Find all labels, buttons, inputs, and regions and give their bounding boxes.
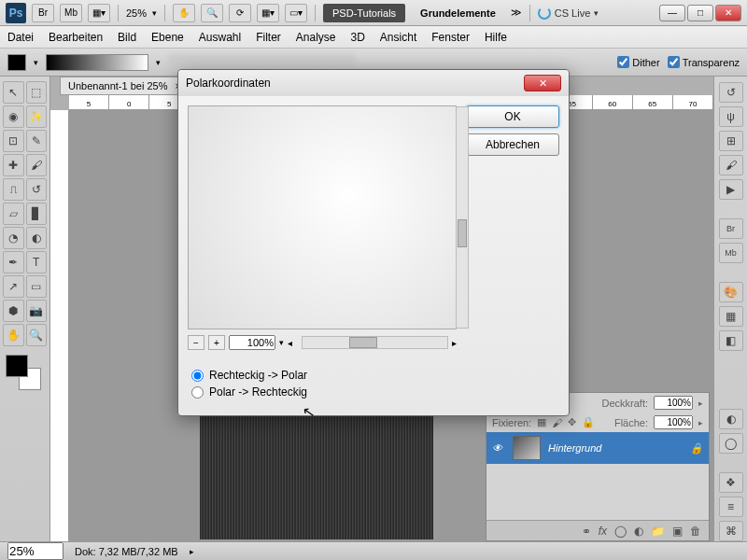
- dialog-titlebar[interactable]: Polarkoordinaten ✕: [178, 70, 569, 96]
- option-polar-to-rect[interactable]: Polar -> Rechteckig: [191, 385, 556, 399]
- channels-panel-icon[interactable]: ≡: [719, 497, 743, 517]
- properties-panel-icon[interactable]: ⊞: [719, 131, 743, 151]
- stamp-tool-icon[interactable]: ⎍: [3, 178, 24, 201]
- eraser-tool-icon[interactable]: ▱: [3, 203, 24, 225]
- 3d-tool-icon[interactable]: ⬢: [3, 300, 24, 322]
- cancel-button[interactable]: Abbrechen: [466, 133, 559, 156]
- swatches-panel-icon[interactable]: ▦: [719, 306, 743, 327]
- play-panel-icon[interactable]: ▶: [719, 179, 743, 200]
- color-panel-icon[interactable]: 🎨: [719, 282, 743, 302]
- preview-scrollbar-v[interactable]: [456, 106, 469, 329]
- zoom-tool2-icon[interactable]: 🔍: [26, 324, 48, 346]
- fill-input[interactable]: [654, 415, 693, 429]
- option-rect-to-polar[interactable]: Rechteckig -> Polar: [191, 369, 556, 382]
- minibridge-button[interactable]: Mb: [60, 4, 82, 22]
- shape-tool-icon[interactable]: ▭: [26, 275, 48, 298]
- folder-icon[interactable]: 📁: [651, 525, 665, 538]
- wand-tool-icon[interactable]: ✨: [26, 105, 48, 128]
- dodge-tool-icon[interactable]: ◐: [26, 227, 48, 249]
- camera-tool-icon[interactable]: 📷: [26, 300, 48, 322]
- adjustments-panel-icon[interactable]: ◐: [719, 409, 743, 429]
- menu-fenster[interactable]: Fenster: [431, 31, 470, 44]
- cslive-button[interactable]: CS Live▾: [538, 7, 599, 20]
- menu-filter[interactable]: Filter: [256, 31, 281, 44]
- brush-tool-icon[interactable]: 🖌: [26, 154, 48, 176]
- menu-bearbeiten[interactable]: Bearbeiten: [49, 31, 103, 44]
- layer-thumbnail[interactable]: [513, 436, 541, 460]
- visibility-icon[interactable]: 👁: [492, 441, 505, 455]
- lock-trans-icon[interactable]: ▦: [537, 416, 546, 428]
- actions-panel-icon[interactable]: ψ: [719, 106, 743, 127]
- screenmode-icon[interactable]: ▭▾: [285, 4, 307, 22]
- pen-tool-icon[interactable]: ✒: [3, 251, 24, 273]
- lock-paint-icon[interactable]: 🖌: [552, 417, 562, 428]
- fg-color-swatch[interactable]: [6, 355, 28, 377]
- layer-row[interactable]: 👁 Hintergrund 🔒: [486, 432, 709, 464]
- dialog-preview[interactable]: [188, 105, 457, 329]
- menu-auswahl[interactable]: Auswahl: [199, 31, 241, 44]
- hand-tool2-icon[interactable]: ✋: [3, 324, 24, 346]
- history-panel-icon[interactable]: ↺: [719, 82, 743, 103]
- styles-panel-icon[interactable]: ◧: [719, 330, 743, 351]
- trash-icon[interactable]: 🗑: [690, 525, 701, 538]
- minimize-button[interactable]: —: [659, 5, 685, 21]
- mb-panel-icon[interactable]: Mb: [719, 243, 743, 263]
- preview-scrollbar-h[interactable]: [302, 336, 448, 349]
- maximize-button[interactable]: □: [687, 5, 713, 21]
- zoom-level[interactable]: 25%: [126, 7, 147, 19]
- hand-tool-icon[interactable]: ✋: [173, 4, 195, 22]
- layout-button[interactable]: ▦▾: [88, 4, 110, 22]
- type-tool-icon[interactable]: T: [26, 251, 48, 273]
- transparenz-checkbox[interactable]: Transparenz: [668, 56, 740, 68]
- status-zoom-input[interactable]: [7, 542, 63, 560]
- move-tool-icon[interactable]: ↖: [3, 81, 24, 104]
- ok-button[interactable]: OK: [466, 105, 559, 128]
- lock-pos-icon[interactable]: ✥: [568, 416, 576, 428]
- adj-icon[interactable]: ◐: [634, 525, 643, 538]
- newlayer-icon[interactable]: ▣: [672, 525, 683, 538]
- masks-panel-icon[interactable]: ◯: [719, 433, 743, 454]
- zoom-tool-icon[interactable]: 🔍: [201, 4, 223, 22]
- lock-all-icon[interactable]: 🔒: [582, 416, 595, 428]
- color-swatches[interactable]: [2, 355, 48, 392]
- arrange-docs-icon[interactable]: ▦▾: [257, 4, 279, 22]
- lasso-tool-icon[interactable]: ◉: [3, 105, 24, 128]
- zoom-out-button[interactable]: −: [188, 335, 204, 350]
- br-panel-icon[interactable]: Br: [719, 218, 743, 239]
- marquee-tool-icon[interactable]: ⬚: [26, 81, 48, 104]
- workspace-tab-light[interactable]: Grundelemente: [411, 4, 505, 22]
- workspace-tab-dark[interactable]: PSD-Tutorials: [323, 4, 405, 22]
- blur-tool-icon[interactable]: ◔: [3, 227, 24, 249]
- menu-analyse[interactable]: Analyse: [296, 31, 336, 44]
- tool-preset-icon[interactable]: [7, 54, 26, 71]
- link-icon[interactable]: ⚭: [582, 525, 591, 538]
- close-button[interactable]: ✕: [715, 5, 741, 21]
- opacity-input[interactable]: [654, 396, 693, 410]
- path-tool-icon[interactable]: ↗: [3, 275, 24, 298]
- paths-panel-icon[interactable]: ⌘: [719, 521, 743, 541]
- gradient-tool-icon[interactable]: ▊: [26, 203, 48, 225]
- crop-tool-icon[interactable]: ⊡: [3, 130, 24, 152]
- menu-datei[interactable]: Datei: [7, 31, 34, 44]
- zoom-in-button[interactable]: +: [208, 335, 225, 350]
- eyedropper-tool-icon[interactable]: ✎: [26, 130, 48, 152]
- heal-tool-icon[interactable]: ✚: [3, 154, 24, 176]
- brush-panel-icon[interactable]: 🖌: [719, 155, 743, 175]
- mask-icon[interactable]: ◯: [614, 525, 627, 538]
- status-arrow-icon[interactable]: ▸: [190, 547, 194, 556]
- dialog-close-button[interactable]: ✕: [524, 75, 561, 91]
- menu-ansicht[interactable]: Ansicht: [380, 31, 416, 44]
- menu-bild[interactable]: Bild: [118, 31, 136, 44]
- dialog-zoom-input[interactable]: [229, 335, 275, 350]
- layers-panel-icon[interactable]: ❖: [719, 472, 743, 493]
- menu-3d[interactable]: 3D: [351, 31, 365, 44]
- chevron-right-icon[interactable]: ≫: [511, 7, 522, 19]
- fx-icon[interactable]: fx: [599, 525, 607, 538]
- history-brush-icon[interactable]: ↺: [26, 178, 48, 201]
- gradient-preview[interactable]: [46, 54, 148, 71]
- menu-hilfe[interactable]: Hilfe: [485, 31, 507, 44]
- dither-checkbox[interactable]: Dither: [617, 56, 659, 68]
- bridge-button[interactable]: Br: [32, 4, 54, 22]
- rotate-tool-icon[interactable]: ⟳: [229, 4, 251, 22]
- menu-ebene[interactable]: Ebene: [151, 31, 184, 44]
